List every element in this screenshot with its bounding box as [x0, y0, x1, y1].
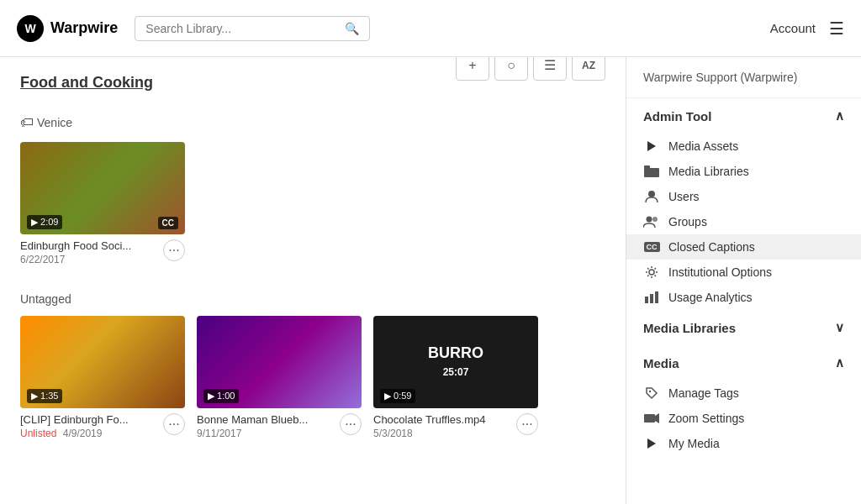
svg-rect-1	[644, 165, 650, 170]
media-header[interactable]: Media ∧	[643, 355, 844, 370]
sidebar-item-institutional-options[interactable]: Institutional Options	[626, 260, 861, 285]
more-options-button[interactable]: ···	[340, 413, 362, 435]
folder-icon	[643, 165, 660, 178]
more-options-button[interactable]: ···	[163, 239, 185, 261]
toolbar: + ○ ☰ AZ	[456, 57, 605, 81]
video-card: BURRO25:07 ▶ 0:59 Chocolate Truffles.mp4…	[373, 316, 538, 443]
media-libraries-label: Media Libraries	[643, 321, 736, 335]
bar-chart-icon	[643, 291, 660, 304]
search-input[interactable]	[145, 22, 338, 35]
admin-tool-header[interactable]: Admin Tool ∧	[643, 108, 844, 123]
sidebar-item-my-media[interactable]: My Media	[626, 431, 861, 456]
section-header-row: Food and Cooking + ○ ☰ AZ	[20, 74, 605, 103]
list-button[interactable]: ☰	[533, 57, 567, 81]
page-title: Food and Cooking	[20, 74, 153, 92]
video-date: 4/9/2019	[63, 428, 103, 439]
media-label: Media	[643, 356, 679, 370]
sidebar-item-label: Groups	[668, 215, 707, 228]
circle-button[interactable]: ○	[494, 57, 528, 81]
video-thumbnail[interactable]: ▶ 2:09 CC	[20, 142, 185, 234]
svg-point-2	[648, 191, 655, 197]
svg-rect-10	[644, 414, 655, 423]
video-duration: ▶ 1:35	[27, 389, 62, 403]
gear-icon	[643, 265, 660, 279]
logo-icon: W	[17, 15, 44, 42]
svg-rect-6	[645, 297, 648, 303]
users-icon	[643, 215, 660, 228]
sidebar-item-closed-captions[interactable]: CC Closed Captions	[626, 234, 861, 260]
svg-marker-11	[655, 413, 659, 423]
sidebar-item-media-libraries[interactable]: Media Libraries	[626, 159, 861, 184]
video-duration: ▶ 1:00	[203, 389, 239, 403]
sidebar-item-users[interactable]: Users	[626, 184, 861, 209]
more-options-button[interactable]: ···	[163, 413, 185, 435]
untagged-label: Untagged	[20, 286, 605, 306]
video-date: 5/3/2018	[373, 428, 485, 439]
video-card: ▶ 1:35 [CLIP] Edinburgh Fo... Unlisted 4…	[20, 316, 185, 443]
header: W Warpwire 🔍 Account ☰	[0, 0, 861, 57]
zoom-icon	[643, 412, 660, 425]
video-status-badge: Unlisted	[20, 428, 56, 439]
sidebar-item-usage-analytics[interactable]: Usage Analytics	[626, 285, 861, 310]
video-card: ▶ 1:00 Bonne Maman Blueb... 9/11/2017 ··…	[197, 316, 362, 443]
sidebar-item-media-assets[interactable]: Media Assets	[626, 134, 861, 159]
video-duration: ▶ 2:09	[27, 215, 62, 229]
video-title: [CLIP] Edinburgh Fo...	[20, 413, 129, 426]
video-info: Edinburgh Food Soci... 6/22/2017 ···	[20, 234, 185, 269]
sidebar-item-label: Manage Tags	[668, 386, 739, 400]
video-details: Edinburgh Food Soci... 6/22/2017	[20, 239, 131, 265]
add-button[interactable]: +	[456, 57, 489, 81]
play-icon	[643, 437, 660, 450]
header-right: Account ☰	[770, 18, 844, 39]
sidebar-item-label: Closed Captions	[668, 240, 755, 254]
more-options-button[interactable]: ···	[516, 413, 538, 435]
search-bar[interactable]: 🔍	[135, 16, 370, 41]
video-title: Bonne Maman Blueb...	[197, 413, 308, 426]
sidebar-item-manage-tags[interactable]: Manage Tags	[626, 381, 861, 406]
chevron-up-icon: ∧	[835, 355, 844, 370]
sidebar-item-label: Institutional Options	[668, 265, 772, 279]
sidebar-support-text: Warpwire Support (Warpwire)	[626, 57, 861, 98]
search-icon: 🔍	[345, 22, 359, 35]
chevron-up-icon: ∧	[835, 108, 844, 123]
play-icon	[643, 139, 660, 153]
sort-az-button[interactable]: AZ	[572, 57, 605, 81]
sidebar-item-label: Media Assets	[668, 139, 738, 153]
media-libraries-header[interactable]: Media Libraries ∨	[643, 320, 844, 335]
cc-badge: CC	[158, 217, 178, 229]
sidebar-item-label: Usage Analytics	[668, 291, 753, 304]
sidebar-media-section: Media ∧	[626, 345, 861, 381]
sidebar-admin-section: Admin Tool ∧	[626, 98, 861, 134]
video-details: [CLIP] Edinburgh Fo... Unlisted 4/9/2019	[20, 413, 129, 439]
svg-rect-7	[650, 294, 653, 303]
hamburger-icon[interactable]: ☰	[829, 18, 844, 39]
account-link[interactable]: Account	[770, 21, 816, 35]
tag-icon	[643, 386, 660, 400]
sidebar-item-label: Users	[668, 190, 700, 203]
tag-label: Venice	[37, 116, 72, 129]
user-icon	[643, 190, 660, 203]
video-title: Edinburgh Food Soci...	[20, 239, 131, 252]
tag-link-venice[interactable]: 🏷 Venice	[20, 115, 72, 130]
thumb-center-text: BURRO25:07	[428, 344, 483, 380]
sidebar-item-label: My Media	[668, 437, 720, 450]
video-meta: Unlisted 4/9/2019	[20, 428, 129, 439]
video-duration: ▶ 0:59	[380, 389, 415, 403]
video-details: Bonne Maman Blueb... 9/11/2017	[197, 413, 308, 439]
sidebar-media-libraries-section: Media Libraries ∨	[626, 310, 861, 345]
sidebar: Warpwire Support (Warpwire) Admin Tool ∧…	[626, 57, 861, 504]
admin-tool-label: Admin Tool	[643, 109, 711, 123]
sidebar-item-groups[interactable]: Groups	[626, 209, 861, 234]
video-thumbnail[interactable]: ▶ 1:00	[197, 316, 362, 408]
tag-icon: 🏷	[20, 115, 34, 130]
svg-point-3	[647, 217, 652, 223]
video-title: Chocolate Truffles.mp4	[373, 413, 485, 426]
logo-text: Warpwire	[50, 19, 118, 37]
svg-point-4	[652, 217, 658, 222]
video-thumbnail[interactable]: BURRO25:07 ▶ 0:59	[373, 316, 538, 408]
sidebar-item-zoom-settings[interactable]: Zoom Settings	[626, 406, 861, 431]
logo-area: W Warpwire	[17, 15, 118, 42]
tagged-video-grid: ▶ 2:09 CC Edinburgh Food Soci... 6/22/20…	[20, 142, 605, 269]
svg-point-9	[649, 391, 651, 392]
video-thumbnail[interactable]: ▶ 1:35	[20, 316, 185, 408]
